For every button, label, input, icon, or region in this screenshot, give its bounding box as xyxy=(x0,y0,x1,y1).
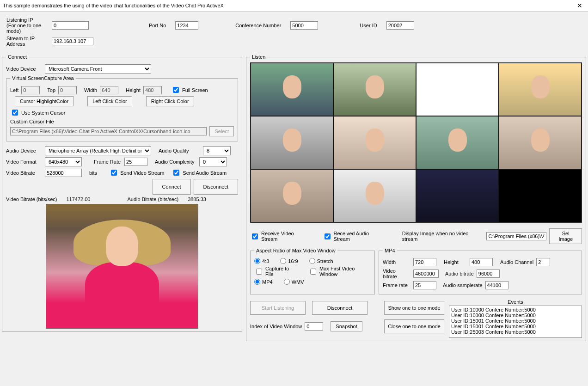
capture-to-file-label: Capture to File xyxy=(265,266,296,277)
audio-device-select[interactable]: Microphone Array (Realtek High Definitio… xyxy=(45,146,151,155)
send-audio-checkbox[interactable] xyxy=(173,170,179,176)
video-device-label: Video Device xyxy=(6,66,42,72)
framerate-label: Frame Rate xyxy=(94,159,122,165)
vsca-top-input xyxy=(58,86,77,94)
video-tile[interactable] xyxy=(333,63,416,116)
mp4-abitrate-input[interactable] xyxy=(477,270,500,278)
fmt-wmv-radio[interactable] xyxy=(284,279,290,285)
event-row[interactable]: User ID:15001 Confere Number:5000 xyxy=(451,318,580,324)
fmt-mp4-radio[interactable] xyxy=(254,279,260,285)
send-video-label: Send Video Stream xyxy=(120,170,164,176)
video-tile[interactable] xyxy=(416,169,499,222)
video-tile[interactable] xyxy=(499,116,582,169)
streamtoip-input[interactable] xyxy=(52,37,93,45)
streamtoip-label: Stream to IP Address xyxy=(6,36,43,47)
portno-input[interactable] xyxy=(175,21,198,30)
events-label: Events xyxy=(508,299,523,305)
video-bitrate-label: Video Bitrate xyxy=(6,170,42,176)
connect-button[interactable]: Connect xyxy=(153,179,191,195)
video-device-select[interactable]: Microsoft Camera Front xyxy=(45,64,151,74)
index-window-input[interactable] xyxy=(305,322,323,331)
fmt-mp4-label: MP4 xyxy=(262,279,273,285)
video-format-select[interactable]: 640x480 xyxy=(45,157,82,166)
framerate-input[interactable] xyxy=(124,158,147,166)
connect-legend: Connect xyxy=(6,54,29,60)
window-title: This sample demonstrates the using of th… xyxy=(3,3,224,8)
ratio-43-radio[interactable] xyxy=(254,258,260,264)
aspect-ratio-legend: Aspect Ratio of Max Video Window xyxy=(254,248,337,253)
audio-device-label: Audio Device xyxy=(6,148,42,153)
video-bitrate-input[interactable] xyxy=(45,169,82,177)
use-system-cursor-checkbox[interactable] xyxy=(12,110,18,116)
mp4-group: MP4 Width Height Audio Channel Video bit… xyxy=(379,248,582,294)
recv-audio-checkbox[interactable] xyxy=(325,233,331,239)
event-row[interactable]: User ID:15001 Confere Number:5000 xyxy=(451,324,580,329)
video-tile[interactable] xyxy=(499,169,582,222)
recv-video-checkbox[interactable] xyxy=(252,233,258,239)
rightclick-color-button[interactable]: Right Click Color xyxy=(146,96,194,106)
userid-label: User ID xyxy=(360,23,377,28)
show-one-to-one-button[interactable]: Show one to one mode xyxy=(384,301,444,315)
audio-complexity-select[interactable]: 0 xyxy=(199,157,227,166)
start-listening-button: Start Listening xyxy=(250,301,306,315)
cursor-highlight-button[interactable]: Cursor HighlightColor xyxy=(15,96,74,106)
recv-video-label: Receive Video Stream xyxy=(261,231,311,242)
ratio-169-radio[interactable] xyxy=(280,258,286,264)
audio-complexity-label: Audio Complexity xyxy=(155,159,196,165)
max-first-checkbox[interactable] xyxy=(310,269,316,275)
mp4-audioch-input[interactable] xyxy=(536,258,550,266)
disconnect-button[interactable]: Disconnect xyxy=(194,179,238,195)
listen-disconnect-button[interactable]: Disconnect xyxy=(312,301,368,315)
close-one-to-one-button[interactable]: Close one to one mode xyxy=(384,319,444,333)
send-video-checkbox[interactable] xyxy=(111,170,117,176)
video-tile[interactable] xyxy=(333,169,416,222)
video-tile[interactable] xyxy=(251,169,333,222)
userid-input[interactable] xyxy=(386,21,414,30)
vsca-legend: Virtual ScreenCapture Area xyxy=(10,75,76,81)
listening-ip-input[interactable] xyxy=(52,21,89,30)
mp4-height-label: Height xyxy=(444,259,467,265)
vsca-height-input xyxy=(143,86,162,94)
event-row[interactable]: User ID:10000 Confere Number:5000 xyxy=(451,307,580,312)
ratio-stretch-radio[interactable] xyxy=(309,258,315,264)
mp4-samplerate-input[interactable] xyxy=(485,281,508,289)
fmt-wmv-label: WMV xyxy=(292,279,304,285)
close-icon[interactable]: ✕ xyxy=(574,2,585,9)
video-tile[interactable] xyxy=(416,63,499,116)
video-grid xyxy=(250,62,582,223)
event-row[interactable]: User ID:25003 Confere Number:5000 xyxy=(451,329,580,335)
events-listbox[interactable]: User ID:10000 Confere Number:5000User ID… xyxy=(449,306,582,338)
audio-quality-select[interactable]: 8 xyxy=(203,146,231,155)
sel-image-button[interactable]: Sel Image xyxy=(549,228,582,244)
vsca-top-label: Top xyxy=(47,87,55,93)
fullscreen-label: Full Screen xyxy=(182,87,208,93)
video-tile[interactable] xyxy=(251,63,333,116)
mp4-width-input[interactable] xyxy=(413,258,436,266)
send-audio-label: Send Audio Stream xyxy=(183,170,227,176)
ratio-stretch-label: Stretch xyxy=(317,258,333,264)
custom-cursor-path xyxy=(10,127,207,135)
confnum-input[interactable] xyxy=(290,21,318,30)
leftclick-color-button[interactable]: Left Click Color xyxy=(87,96,132,106)
capture-to-file-checkbox[interactable] xyxy=(256,269,262,275)
mp4-framerate-label: Frame rate xyxy=(383,282,410,288)
abr-stat-label: Audio Bitrate (bits/sec) xyxy=(127,196,178,202)
use-system-cursor-label: Use System Cursor xyxy=(21,110,65,116)
event-row[interactable]: User ID:10000 Confere Number:5000 xyxy=(451,312,580,318)
vbr-stat-label: Video Bitrate (bits/sec) xyxy=(6,196,57,202)
mp4-vbitrate-input[interactable] xyxy=(413,270,439,278)
fullscreen-checkbox[interactable] xyxy=(173,87,179,93)
display-img-path[interactable] xyxy=(486,232,546,240)
recv-audio-label: Received Audio Stream xyxy=(334,231,386,242)
mp4-height-input[interactable] xyxy=(470,258,493,266)
mp4-audioch-label: Audio Channel xyxy=(500,259,533,265)
video-tile[interactable] xyxy=(416,116,499,169)
video-tile[interactable] xyxy=(333,116,416,169)
video-tile[interactable] xyxy=(499,63,582,116)
listening-ip-label: Listening IP (For one to one mode) xyxy=(6,17,43,34)
mp4-legend: MP4 xyxy=(383,248,397,253)
snapshot-button[interactable]: Snapshot xyxy=(331,321,362,331)
mp4-abitrate-label: Audio bitrate xyxy=(445,271,474,276)
mp4-framerate-input[interactable] xyxy=(413,281,436,289)
video-tile[interactable] xyxy=(251,116,333,169)
